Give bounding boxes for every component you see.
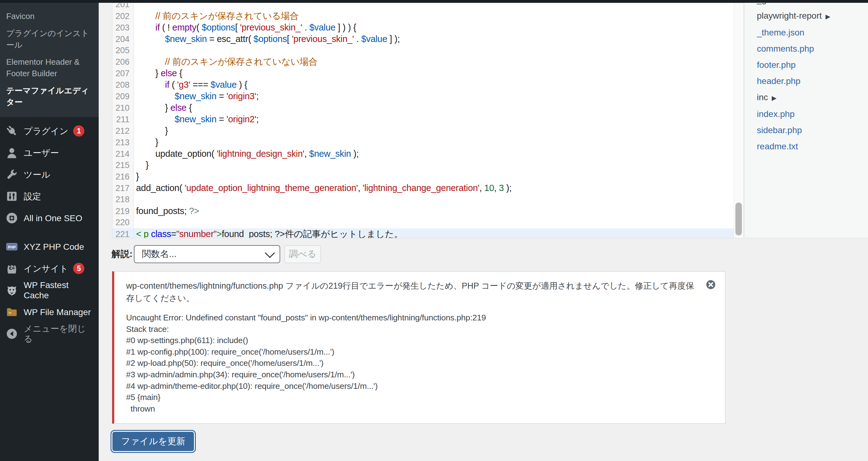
insights-icon (0, 263, 24, 274)
folder-item[interactable]: inc▶ (757, 89, 868, 106)
sidebar-item[interactable]: WWP File Manager (0, 301, 99, 323)
sidebar-item-label: プラグイン (24, 126, 68, 136)
line-number: 209 (113, 91, 133, 102)
sidebar-item[interactable]: インサイト5 (0, 258, 99, 279)
code-line: 220 (113, 217, 743, 228)
line-number: 206 (113, 56, 133, 68)
code-lines: 201202// 前のスキンが保存されている場合203if ( ! empty(… (113, 3, 743, 238)
count-badge: 1 (73, 125, 84, 137)
stack-trace-line: #5 {main} (126, 392, 697, 403)
sidebar-item-label: XYZ PHP Code (24, 242, 84, 252)
sidebar-item[interactable]: 設定 (0, 186, 99, 207)
file-item-clipped[interactable]: _g (757, 3, 868, 8)
code-text: $new_skin = esc_attr( $options[ 'previou… (133, 33, 400, 45)
sidebar-item[interactable]: WP Fastest Cache (0, 279, 99, 301)
sidebar-item-label: ツール (24, 169, 50, 180)
dismiss-notice-icon[interactable] (706, 279, 716, 290)
code-text: } (133, 171, 139, 182)
code-text: } (133, 137, 158, 148)
line-number: 221 (113, 229, 133, 238)
stack-trace-line: #3 wp-admin/admin.php(34): require_once(… (126, 369, 697, 381)
appearance-submenu: FaviconプラグインのインストールElementor Header & Fo… (0, 3, 99, 117)
line-number: 215 (113, 160, 133, 171)
user-icon (0, 147, 24, 159)
stack-trace-line: thrown (126, 403, 697, 415)
code-text: update_option( 'lightning_design_skin', … (133, 148, 359, 160)
admin-sidebar: FaviconプラグインのインストールElementor Header & Fo… (0, 3, 99, 461)
gutter-border (133, 3, 134, 238)
code-line: 209$new_skin = 'origin3'; (113, 91, 743, 102)
code-text: } else { (133, 102, 192, 113)
php-error-notice: wp-content/themes/lightning/functions.ph… (112, 271, 725, 424)
line-number: 219 (113, 206, 133, 217)
error-message: wp-content/themes/lightning/functions.ph… (126, 279, 697, 304)
code-text: $new_skin = 'origin3'; (133, 91, 259, 102)
line-number: 214 (113, 149, 133, 160)
line-number: 211 (113, 114, 133, 125)
line-number: 204 (113, 34, 133, 45)
code-text: if ( ! empty( $options[ 'previous_skin_'… (133, 22, 356, 33)
code-line: 210} else { (113, 102, 743, 113)
svg-text:PHP: PHP (8, 245, 16, 250)
sidebar-item[interactable]: ユーザー (0, 142, 99, 164)
code-line: 216} (113, 171, 743, 182)
submenu-item[interactable]: テーマファイルエディター (0, 82, 99, 111)
lookup-label: 解説: (112, 248, 133, 260)
sidebar-item[interactable]: All in One SEO (0, 207, 99, 229)
function-name-select-value: 関数名... (142, 248, 177, 260)
file-link[interactable]: _theme.json (757, 25, 868, 41)
stack-trace-line: Uncaught Error: Undefined constant "foun… (126, 312, 697, 324)
line-number: 213 (113, 137, 133, 149)
php-icon: PHP (0, 241, 24, 253)
code-editor[interactable]: 201202// 前のスキンが保存されている場合203if ( ! empty(… (112, 3, 744, 238)
file-link[interactable]: readme.txt (757, 138, 868, 155)
count-badge: 5 (73, 263, 84, 274)
code-line: 206// 前のスキンが保存されていない場合 (113, 56, 743, 67)
theme-files-list: _gplaywright-report▶_theme.jsoncomments.… (744, 3, 868, 238)
plug-icon (0, 125, 24, 137)
line-number: 217 (113, 183, 133, 194)
editor-scrollbar-thumb[interactable] (735, 202, 742, 235)
submenu-item[interactable]: Favicon (0, 8, 99, 25)
admin-bar-edge (0, 0, 868, 3)
code-text: // 前のスキンが保存されている場合 (133, 10, 299, 22)
code-line: 204$new_skin = esc_attr( $options[ 'prev… (113, 33, 743, 45)
sidebar-item[interactable]: PHPXYZ PHP Code (0, 236, 99, 258)
editor-scrollbar[interactable] (734, 3, 743, 238)
code-line: 208if ( 'g3' === $value ) { (113, 79, 743, 91)
sidebar-item-label: インサイト (24, 263, 68, 274)
cheetah-icon (0, 284, 24, 296)
code-text: $new_skin = 'origin2'; (133, 113, 259, 125)
stack-trace-line: #2 wp-load.php(50): require_once('/home/… (126, 357, 697, 369)
lookup-button[interactable]: 調べる (284, 245, 321, 263)
submenu-item[interactable]: プラグインのインストール (0, 25, 99, 54)
theme-file-editor-page: FaviconプラグインのインストールElementor Header & Fo… (0, 0, 868, 461)
code-line: 207} else { (113, 67, 743, 79)
line-number: 220 (113, 217, 133, 228)
code-line: 221< p class=”snumber”>found_posts; ?>件の… (113, 228, 743, 238)
line-number: 202 (113, 10, 133, 22)
file-link[interactable]: header.php (757, 73, 868, 89)
sidebar-item-label: All in One SEO (24, 213, 82, 223)
line-number: 218 (113, 194, 133, 205)
update-file-button[interactable]: ファイルを更新 (112, 431, 195, 452)
admin-menu: プラグイン1ユーザーツール設定All in One SEOPHPXYZ PHP … (0, 117, 99, 345)
sidebar-item[interactable]: ツール (0, 164, 99, 186)
line-number: 207 (113, 68, 133, 79)
code-line: 212} (113, 125, 743, 137)
file-link[interactable]: index.php (757, 106, 868, 122)
code-line: 215} (113, 159, 743, 171)
function-name-select[interactable]: 関数名... (134, 245, 280, 263)
sidebar-item-label: WP File Manager (24, 307, 91, 317)
file-link[interactable]: sidebar.php (757, 122, 868, 138)
file-link[interactable]: comments.php (757, 41, 868, 57)
wrench-icon (0, 169, 24, 180)
submenu-item[interactable]: Elementor Header & Footer Builder (0, 54, 99, 82)
sidebar-item[interactable]: メニューを閉じる (0, 323, 99, 345)
stack-trace-line: #4 wp-admin/theme-editor.php(10): requir… (126, 381, 697, 392)
code-line: 205 (113, 45, 743, 56)
file-link[interactable]: footer.php (757, 57, 868, 73)
folder-item[interactable]: playwright-report▶ (757, 8, 868, 25)
sidebar-item[interactable]: プラグイン1 (0, 120, 99, 142)
folder-arrow-icon: ▶ (772, 95, 776, 101)
